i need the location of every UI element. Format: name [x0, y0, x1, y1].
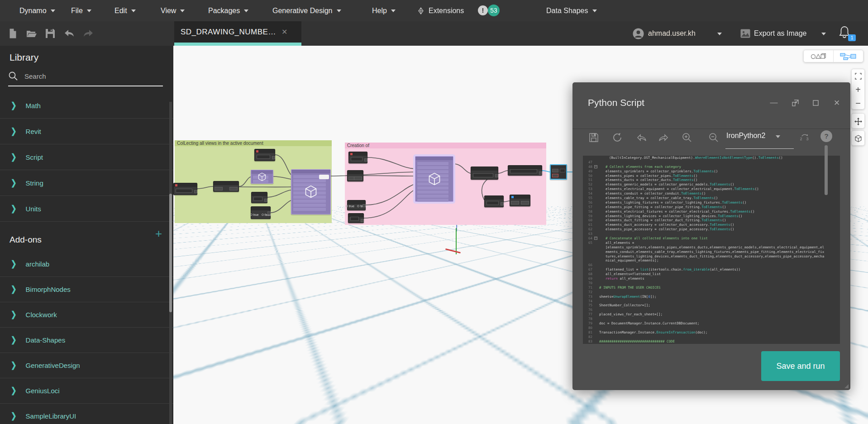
code-editor[interactable]: (BuiltInCategory.OST_MechanicalEquipment… [583, 156, 840, 344]
addons-add-icon[interactable]: + [155, 227, 162, 241]
zoom-fit-button[interactable] [852, 69, 864, 83]
notifications-icon[interactable]: ! [478, 5, 488, 15]
sidebar-item-string[interactable]: ❯String [0, 170, 173, 195]
chevron-right-icon: ❯ [11, 335, 17, 345]
export-as-image-menu[interactable]: Export as Image [754, 21, 807, 46]
undo-toolbar-icon[interactable] [64, 28, 75, 39]
sidebar-item-math[interactable]: ❯Math [0, 93, 173, 118]
code-line: 65all_elements = [583, 241, 840, 245]
tab-close-icon[interactable]: ✕ [281, 28, 287, 36]
menu-label: Dynamo [19, 7, 47, 15]
menu-generative-design[interactable]: Generative Design [272, 0, 341, 21]
menu-edit[interactable]: Edit [114, 0, 136, 21]
graph-node[interactable]: truefalse [347, 200, 366, 210]
sidebar-addon-clockwork[interactable]: ❯Clockwork [0, 302, 173, 327]
zoom-out-icon[interactable] [707, 131, 720, 144]
menu-label: Extensions [429, 7, 464, 15]
sidebar-addon-generativedesign[interactable]: ❯GenerativeDesign [0, 353, 173, 378]
save-icon[interactable] [587, 131, 601, 144]
sidebar-addon-samplelibraryui[interactable]: ❯SampleLibraryUI [0, 403, 173, 424]
graph-node[interactable] [471, 167, 498, 180]
sidebar-item-revit[interactable]: ❯Revit [0, 119, 173, 144]
minimize-icon[interactable]: — [768, 97, 780, 109]
bool-true-option[interactable]: true [346, 205, 354, 208]
zoom-out-button[interactable]: − [852, 96, 864, 110]
undo-icon[interactable] [635, 131, 649, 144]
redo-toolbar-icon[interactable] [83, 28, 94, 39]
save-and-run-button[interactable]: Save and run [761, 351, 840, 381]
help-icon[interactable]: ? [820, 130, 832, 142]
library-item-label: Data-Shapes [26, 336, 66, 344]
user-avatar-icon[interactable] [633, 28, 644, 39]
revert-icon[interactable] [611, 131, 625, 144]
chevron-right-icon: ❯ [11, 360, 17, 370]
code-line: 70 [583, 281, 840, 286]
graph-node[interactable] [251, 170, 273, 184]
bool-true-option[interactable]: true [250, 213, 259, 216]
code-scrollbar[interactable] [825, 145, 828, 195]
code-line: (BuiltInCategory.OST_MechanicalEquipment… [583, 156, 840, 160]
sidebar-addon-bimorphnodes[interactable]: ❯BimorphNodes [0, 276, 173, 302]
engine-dropdown[interactable]: IronPython2 [726, 132, 780, 140]
library-item-label: SampleLibraryUI [26, 412, 76, 420]
export-image-icon[interactable] [740, 29, 750, 38]
notifications-count-badge[interactable]: 53 [488, 5, 500, 16]
user-menu[interactable]: ahmad.user.kh [648, 21, 696, 46]
menu-packages[interactable]: Packages [208, 0, 248, 21]
code-line: 59elements_lighting_devices = collector_… [583, 214, 840, 219]
export-caret-icon[interactable] [821, 33, 826, 35]
code-fold-icon[interactable]: − [594, 237, 597, 240]
library-search[interactable] [8, 69, 164, 83]
geometry-view-toggle[interactable] [804, 50, 834, 62]
menu-file[interactable]: File [71, 0, 91, 21]
zoom-in-button[interactable]: + [852, 83, 864, 96]
menu-help[interactable]: Help [372, 0, 396, 21]
sidebar-addon-data-shapes[interactable]: ❯Data-Shapes [0, 327, 173, 353]
library-item-label: GeniusLoci [26, 387, 60, 395]
graph-node[interactable] [484, 195, 504, 207]
graph-node[interactable] [173, 183, 197, 195]
menu-dynamo[interactable]: Dynamo [19, 0, 55, 21]
graph-node[interactable] [213, 181, 239, 192]
pan-button[interactable] [852, 114, 864, 129]
dialog-resize-grip[interactable] [844, 384, 849, 388]
sidebar-item-script[interactable]: ❯Script [0, 144, 173, 170]
code-line: 79doc = DocumentManager.Instance.Current… [583, 321, 840, 326]
orbit-cube-button[interactable] [852, 131, 864, 146]
new-file-icon[interactable] [7, 28, 18, 39]
open-file-icon[interactable] [26, 28, 37, 39]
zoom-in-icon[interactable] [680, 131, 694, 144]
search-input[interactable] [24, 72, 142, 80]
close-icon[interactable]: ✕ [831, 97, 843, 109]
graph-view-toggle[interactable] [834, 50, 863, 62]
sidebar-addon-geniusloci[interactable]: ❯GeniusLoci [0, 378, 173, 403]
redo-icon[interactable] [657, 131, 670, 144]
save-file-icon[interactable] [45, 28, 56, 39]
code-line: [elements_sprinklers,elements_pipes,elem… [583, 245, 840, 250]
sidebar-addon-archilab[interactable]: ❯archilab [0, 251, 173, 276]
graph-node[interactable]: truefalse [251, 206, 271, 219]
graph-node[interactable] [510, 195, 530, 206]
code-fold-icon[interactable]: − [594, 165, 597, 168]
workspace-tab[interactable]: SD_DRAWING_NUMBE… ✕ [174, 21, 301, 46]
graph-node[interactable] [291, 169, 331, 214]
dock-icon[interactable] [789, 97, 801, 109]
graph-node[interactable] [550, 164, 567, 180]
maximize-icon[interactable] [810, 97, 821, 109]
sidebar-item-units[interactable]: ❯Units [0, 196, 173, 221]
code-line: 49elements_sprinklers = collector_sprink… [583, 169, 840, 174]
graph-node[interactable] [415, 156, 453, 202]
graph-node[interactable] [251, 192, 267, 203]
graph-node[interactable] [348, 213, 364, 223]
python-2to3-icon[interactable]: 2 3 [797, 131, 812, 144]
graph-node[interactable] [254, 149, 275, 161]
code-line: 61elements_duct_accessory = collector_du… [583, 223, 840, 227]
sidebar-scrollbar-thumb[interactable] [169, 194, 172, 312]
graph-node[interactable] [347, 170, 363, 181]
menu-extensions[interactable]: Extensions [417, 0, 464, 21]
menu-data-shapes[interactable]: Data Shapes [546, 0, 597, 21]
graph-node[interactable] [348, 152, 367, 163]
menu-view[interactable]: View [161, 0, 185, 21]
graph-node[interactable] [508, 165, 542, 176]
user-caret-icon[interactable] [717, 33, 722, 35]
